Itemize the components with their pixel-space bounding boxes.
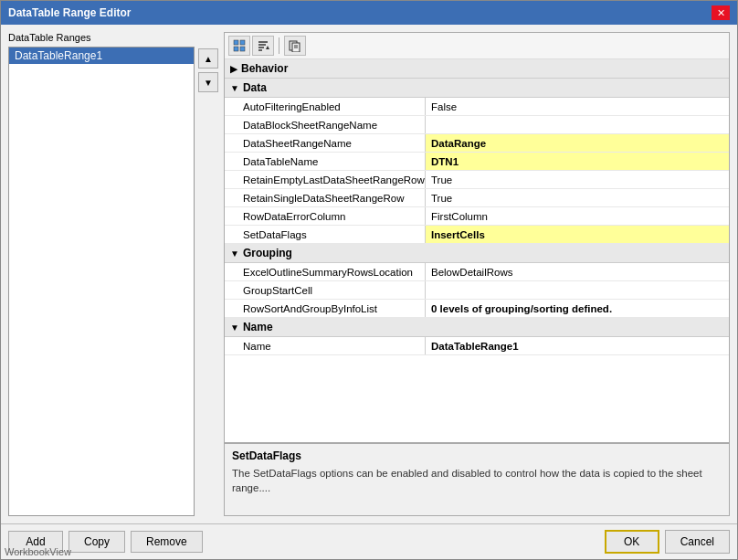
- svg-rect-0: [234, 40, 238, 45]
- prop-name-autofiltering: AutoFilteringEnabled: [225, 98, 426, 115]
- pages-icon: [289, 39, 301, 52]
- property-grid[interactable]: ▶ Behavior ▼ Data AutoFilteringEnabled F…: [225, 59, 729, 442]
- svg-rect-1: [240, 40, 245, 45]
- ranges-listbox[interactable]: DataTableRange1: [8, 47, 195, 516]
- prop-row-exceloutline: ExcelOutlineSummaryRowsLocation BelowDet…: [225, 263, 729, 281]
- prop-row-autofiltering: AutoFilteringEnabled False: [225, 98, 729, 116]
- prop-value-autofiltering[interactable]: False: [426, 98, 729, 115]
- prop-value-groupstart[interactable]: [426, 281, 729, 299]
- prop-value-datablocksheet[interactable]: [426, 116, 729, 133]
- prop-row-setdataflags: SetDataFlags InsertCells: [225, 226, 729, 244]
- section-behavior-label: Behavior: [241, 62, 288, 75]
- toolbar-btn-pages[interactable]: [284, 36, 306, 56]
- left-panel: DataTable Ranges DataTableRange1 ▲ ▼: [8, 32, 218, 516]
- description-title: SetDataFlags: [232, 449, 722, 462]
- dialog-container: DataTable Range Editor ✕ DataTable Range…: [0, 0, 738, 560]
- toolbar-btn-sort[interactable]: [252, 36, 274, 56]
- prop-value-retainsingle[interactable]: True: [426, 189, 729, 206]
- prop-row-name: Name DataTableRange1: [225, 337, 729, 355]
- bottom-bar: Add Copy Remove OK Cancel: [1, 523, 737, 559]
- section-grouping-label: Grouping: [243, 247, 292, 259]
- sort-icon: [257, 39, 269, 52]
- prop-name-setdataflags: SetDataFlags: [225, 226, 426, 243]
- prop-toolbar: [225, 33, 729, 59]
- toolbar-btn-categorized[interactable]: [228, 36, 250, 56]
- bottom-right-buttons: OK Cancel: [605, 530, 730, 554]
- prop-value-setdataflags[interactable]: InsertCells: [426, 226, 729, 243]
- dialog-title: DataTable Range Editor: [8, 6, 131, 19]
- prop-value-rowdata[interactable]: FirstColumn: [426, 207, 729, 225]
- title-bar: DataTable Range Editor ✕: [1, 1, 737, 25]
- svg-marker-8: [266, 46, 269, 49]
- ok-button[interactable]: OK: [605, 530, 659, 554]
- cancel-button[interactable]: Cancel: [665, 530, 730, 554]
- prop-name-rowdata: RowDataErrorColumn: [225, 207, 426, 225]
- list-item[interactable]: DataTableRange1: [9, 48, 194, 64]
- prop-row-datasheet: DataSheetRangeName DataRange: [225, 134, 729, 153]
- section-name-label: Name: [243, 321, 273, 333]
- section-data-label: Data: [243, 81, 267, 94]
- prop-value-datatablename[interactable]: DTN1: [426, 153, 729, 170]
- right-panel: ▶ Behavior ▼ Data AutoFilteringEnabled F…: [224, 32, 730, 516]
- section-grouping[interactable]: ▼ Grouping: [225, 244, 729, 263]
- toolbar-separator: [279, 37, 279, 54]
- move-up-button[interactable]: ▲: [198, 48, 218, 69]
- prop-value-name[interactable]: DataTableRange1: [426, 337, 729, 354]
- prop-name-datatablename: DataTableName: [225, 153, 426, 170]
- prop-name-retainempty: RetainEmptyLastDataSheetRangeRow: [225, 171, 426, 188]
- left-panel-label: DataTable Ranges: [8, 32, 218, 43]
- prop-value-exceloutline[interactable]: BelowDetailRows: [426, 263, 729, 280]
- prop-name-datasheet: DataSheetRangeName: [225, 134, 426, 152]
- close-button[interactable]: ✕: [712, 5, 730, 20]
- workbook-label: WorkbookView: [5, 546, 71, 557]
- prop-row-rowdata: RowDataErrorColumn FirstColumn: [225, 207, 729, 226]
- list-arrows: ▲ ▼: [198, 47, 218, 516]
- prop-row-retainempty: RetainEmptyLastDataSheetRangeRow True: [225, 171, 729, 189]
- prop-value-retainempty[interactable]: True: [426, 171, 729, 188]
- dialog-body: DataTable Ranges DataTableRange1 ▲ ▼: [1, 25, 737, 523]
- prop-name-groupstart: GroupStartCell: [225, 281, 426, 299]
- prop-row-rowsort: RowSortAndGroupByInfoList 0 levels of gr…: [225, 300, 729, 318]
- prop-name-exceloutline: ExcelOutlineSummaryRowsLocation: [225, 263, 426, 280]
- prop-row-groupstart: GroupStartCell: [225, 281, 729, 300]
- prop-row-datatablename: DataTableName DTN1: [225, 153, 729, 171]
- description-text: The SetDataFlags options can be enabled …: [232, 466, 722, 495]
- list-container: DataTableRange1 ▲ ▼: [8, 47, 218, 516]
- section-behavior[interactable]: ▶ Behavior: [225, 59, 729, 79]
- remove-button[interactable]: Remove: [131, 531, 203, 553]
- prop-row-retainsingle: RetainSingleDataSheetRangeRow True: [225, 189, 729, 207]
- description-panel: SetDataFlags The SetDataFlags options ca…: [225, 442, 729, 515]
- prop-row-datablocksheet: DataBlockSheetRangeName: [225, 116, 729, 134]
- chevron-data: ▼: [230, 83, 239, 93]
- prop-name-rowsort: RowSortAndGroupByInfoList: [225, 300, 426, 317]
- section-name[interactable]: ▼ Name: [225, 318, 729, 337]
- svg-rect-3: [240, 47, 245, 51]
- prop-name-retainsingle: RetainSingleDataSheetRangeRow: [225, 189, 426, 206]
- prop-value-datasheet[interactable]: DataRange: [426, 134, 729, 152]
- chevron-grouping: ▼: [230, 248, 239, 259]
- chevron-behavior: ▶: [230, 64, 237, 74]
- chevron-name: ▼: [230, 322, 239, 333]
- move-down-button[interactable]: ▼: [198, 72, 218, 92]
- categorized-icon: [233, 39, 246, 52]
- section-data[interactable]: ▼ Data: [225, 79, 729, 98]
- prop-value-rowsort[interactable]: 0 levels of grouping/sorting defined.: [426, 300, 729, 317]
- prop-name-datablocksheet: DataBlockSheetRangeName: [225, 116, 426, 133]
- copy-button[interactable]: Copy: [69, 531, 125, 553]
- prop-name-name: Name: [225, 337, 426, 354]
- svg-rect-2: [234, 47, 238, 51]
